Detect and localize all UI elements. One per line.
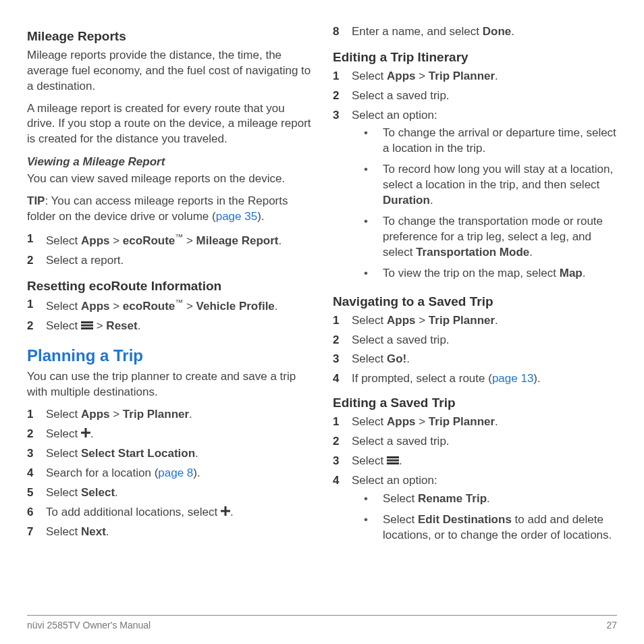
list-item: 2 Select > Reset. bbox=[27, 319, 311, 334]
mileage-p2: A mileage report is created for every ro… bbox=[27, 101, 311, 148]
tm: ™ bbox=[175, 298, 183, 307]
plus-icon bbox=[221, 505, 230, 520]
list-item: 3 Select . bbox=[333, 454, 617, 469]
plus-icon bbox=[81, 427, 90, 442]
edit-itin-options: • To change the arrival or departure tim… bbox=[352, 126, 617, 281]
list-item: 5 Select Select. bbox=[27, 485, 311, 501]
svg-rect-9 bbox=[387, 462, 399, 464]
right-column: 8 Enter a name, and select Done. Editing… bbox=[333, 24, 617, 608]
bullet-body: To record how long you will stay at a lo… bbox=[383, 162, 617, 209]
step-number: 1 bbox=[333, 414, 352, 430]
reset-steps: 1 Select Apps > ecoRoute™ > Vehicle Prof… bbox=[27, 297, 311, 334]
bullet-body: To view the trip on the map, select Map. bbox=[383, 266, 617, 281]
step-number: 1 bbox=[27, 407, 46, 423]
list-item: 2 Select a saved trip. bbox=[333, 333, 617, 348]
list-item: 6 To add additional locations, select . bbox=[27, 505, 311, 520]
mileage-reports-heading: Mileage Reports bbox=[27, 28, 311, 45]
step-number: 1 bbox=[27, 297, 46, 313]
list-item: 2 Select a saved trip. bbox=[333, 434, 617, 450]
step-number: 8 bbox=[333, 24, 352, 40]
tm: ™ bbox=[175, 232, 183, 242]
list-item: 4 If prompted, select a route (page 13). bbox=[333, 371, 617, 387]
step-body: Select Go!. bbox=[352, 352, 617, 367]
nav-steps: 1 Select Apps > Trip Planner. 2 Select a… bbox=[333, 313, 617, 387]
step-number: 2 bbox=[27, 253, 46, 269]
bullet-body: Select Edit Destinations to add and dele… bbox=[383, 512, 617, 543]
left-column: Mileage Reports Mileage reports provide … bbox=[27, 24, 311, 608]
page-number: 27 bbox=[606, 620, 617, 630]
list-item: 2 Select . bbox=[27, 427, 311, 442]
step-body: Select Apps > Trip Planner. bbox=[46, 407, 311, 423]
list-item: 8 Enter a name, and select Done. bbox=[333, 24, 617, 40]
list-item: 4 Search for a location (page 8). bbox=[27, 466, 311, 481]
step-body: Select Next. bbox=[46, 525, 311, 540]
step-number: 1 bbox=[333, 313, 352, 329]
edit-itinerary-heading: Editing a Trip Itinerary bbox=[333, 49, 617, 66]
list-item: 3 Select Select Start Location. bbox=[27, 446, 311, 462]
step-number: 4 bbox=[333, 473, 352, 489]
svg-rect-6 bbox=[221, 510, 230, 512]
list-item: 4 Select an option: • Select Rename Trip… bbox=[333, 473, 617, 549]
list-item: • To change the arrival or departure tim… bbox=[352, 126, 617, 157]
step-number: 3 bbox=[333, 352, 352, 367]
step-body: Select . bbox=[352, 454, 617, 469]
menu-icon bbox=[387, 454, 399, 469]
bullet-body: To change the arrival or departure time,… bbox=[383, 126, 617, 157]
edit-saved-steps: 1 Select Apps > Trip Planner. 2 Select a… bbox=[333, 414, 617, 549]
edit-itin-steps: 1 Select Apps > Trip Planner. 2 Select a… bbox=[333, 69, 617, 287]
step-body: Select > Reset. bbox=[46, 319, 311, 334]
navigating-saved-trip-heading: Navigating to a Saved Trip bbox=[333, 294, 617, 311]
list-item: 1 Select Apps > ecoRoute™ > Mileage Repo… bbox=[27, 232, 311, 249]
bullet-icon: • bbox=[364, 126, 383, 141]
list-item: 1 Select Apps > Trip Planner. bbox=[333, 414, 617, 430]
step-number: 5 bbox=[27, 485, 46, 501]
list-item: 1 Select Apps > Trip Planner. bbox=[333, 313, 617, 329]
step-number: 6 bbox=[27, 505, 46, 520]
svg-rect-2 bbox=[81, 327, 93, 329]
bullet-body: Select Rename Trip. bbox=[383, 491, 617, 507]
step-number: 2 bbox=[27, 427, 46, 442]
step-body: Enter a name, and select Done. bbox=[352, 24, 617, 40]
step-body: Select Select. bbox=[46, 485, 311, 501]
step-body: To add additional locations, select . bbox=[46, 505, 311, 520]
step-number: 3 bbox=[27, 446, 46, 462]
list-item: 3 Select an option: • To change the arri… bbox=[333, 108, 617, 287]
list-item: 3 Select Go!. bbox=[333, 352, 617, 367]
reset-ecoroute-heading: Resetting ecoRoute Information bbox=[27, 278, 311, 295]
bullet-icon: • bbox=[364, 491, 383, 507]
page-35-link[interactable]: page 35 bbox=[216, 210, 257, 223]
planning-trip-heading: Planning a Trip bbox=[27, 346, 311, 365]
page-content: Mileage Reports Mileage reports provide … bbox=[27, 24, 617, 608]
step-number: 3 bbox=[333, 108, 352, 124]
step-body: Select Apps > ecoRoute™ > Vehicle Profil… bbox=[46, 297, 311, 315]
step-number: 2 bbox=[333, 434, 352, 450]
page-8-link[interactable]: page 8 bbox=[158, 466, 193, 479]
svg-rect-1 bbox=[81, 324, 93, 326]
bullet-icon: • bbox=[364, 162, 383, 178]
plan-steps: 1 Select Apps > Trip Planner. 2 Select .… bbox=[27, 407, 311, 540]
step-number: 1 bbox=[27, 232, 46, 247]
page-footer: nüvi 2585TV Owner's Manual 27 bbox=[27, 615, 617, 630]
step-body: Select Apps > Trip Planner. bbox=[352, 69, 617, 84]
view-mileage-steps: 1 Select Apps > ecoRoute™ > Mileage Repo… bbox=[27, 232, 311, 269]
list-item: 2 Select a saved trip. bbox=[333, 88, 617, 104]
step-body: Select Apps > ecoRoute™ > Mileage Report… bbox=[46, 232, 311, 249]
tip-end: ). bbox=[257, 210, 264, 223]
bullet-body: To change the transportation mode or rou… bbox=[383, 214, 617, 261]
list-item: 1 Select Apps > ecoRoute™ > Vehicle Prof… bbox=[27, 297, 311, 315]
tip-paragraph: TIP: You can access mileage reports in t… bbox=[27, 194, 311, 225]
menu-icon bbox=[81, 319, 93, 334]
bullet-icon: • bbox=[364, 266, 383, 281]
step-number: 2 bbox=[333, 88, 352, 104]
edit-saved-options: • Select Rename Trip. • Select Edit Dest… bbox=[352, 491, 617, 543]
list-item: 2 Select a report. bbox=[27, 253, 311, 269]
list-item: • To view the trip on the map, select Ma… bbox=[352, 266, 617, 281]
page-13-link[interactable]: page 13 bbox=[492, 372, 533, 385]
viewing-p1: You can view saved mileage reports on th… bbox=[27, 171, 311, 187]
step-number: 4 bbox=[333, 371, 352, 387]
step-body: Select Select Start Location. bbox=[46, 446, 311, 462]
step-body: If prompted, select a route (page 13). bbox=[352, 371, 617, 387]
step-body: Select Apps > Trip Planner. bbox=[352, 414, 617, 430]
list-item: • To record how long you will stay at a … bbox=[352, 162, 617, 209]
step-number: 7 bbox=[27, 525, 46, 540]
